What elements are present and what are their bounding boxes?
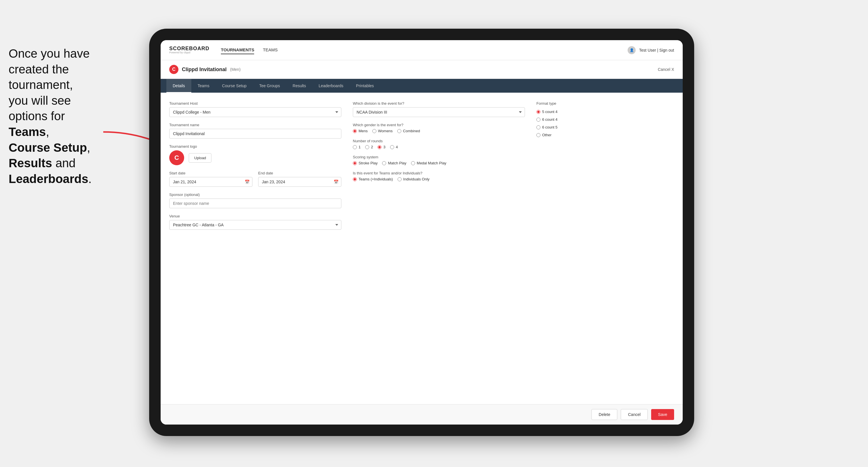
instruction-bold-teams: Teams xyxy=(9,125,46,138)
left-column: Tournament Host Clippd College - Men Tou… xyxy=(169,101,341,396)
rounds-label: Number of rounds xyxy=(353,139,525,143)
individuals-only[interactable]: Individuals Only xyxy=(398,177,430,181)
instruction-bold-course: Course Setup xyxy=(9,141,87,154)
top-nav: SCOREBOARD Powered by clippd TOURNAMENTS… xyxy=(161,40,683,60)
tab-results[interactable]: Results xyxy=(286,79,312,93)
tournament-host-group: Tournament Host Clippd College - Men xyxy=(169,101,341,117)
tournament-host-select[interactable]: Clippd College - Men xyxy=(169,107,341,117)
start-date-input[interactable] xyxy=(169,177,252,187)
nav-teams[interactable]: TEAMS xyxy=(263,46,278,54)
rounds-3-label: 3 xyxy=(383,145,385,149)
start-date-icon: 📅 xyxy=(245,180,250,184)
tab-printables[interactable]: Printables xyxy=(350,79,380,93)
scoring-radio-group: Stroke Play Match Play Medal Match Play xyxy=(353,161,525,165)
tournament-name-input[interactable] xyxy=(169,129,341,138)
nav-links: TOURNAMENTS TEAMS xyxy=(221,46,278,54)
tournament-logo-group: Tournament logo C Upload xyxy=(169,144,341,165)
rounds-1-label: 1 xyxy=(359,145,361,149)
tab-leaderboards[interactable]: Leaderboards xyxy=(312,79,350,93)
gender-mens-label: Mens xyxy=(359,129,368,133)
teams-individuals-group: Is this event for Teams and/or Individua… xyxy=(353,171,525,181)
format-6count5[interactable]: 6 count 5 xyxy=(536,125,674,129)
tablet-frame: SCOREBOARD Powered by clippd TOURNAMENTS… xyxy=(149,29,694,436)
teams-individuals-radio-group: Teams (+Individuals) Individuals Only xyxy=(353,177,525,181)
rounds-3[interactable]: 3 xyxy=(377,145,385,149)
instruction-panel: Once you have created the tournament, yo… xyxy=(0,40,121,192)
start-date-group: Start date 📅 xyxy=(169,171,252,187)
rounds-1[interactable]: 1 xyxy=(353,145,361,149)
scoring-label: Scoring system xyxy=(353,155,525,159)
rounds-2-label: 2 xyxy=(371,145,373,149)
format-type-label: Format type xyxy=(536,101,674,105)
tournament-name-group: Tournament name xyxy=(169,123,341,138)
instruction-text: Once you have created the tournament, yo… xyxy=(9,47,92,186)
gender-womens[interactable]: Womens xyxy=(372,129,393,133)
scoring-stroke[interactable]: Stroke Play xyxy=(353,161,377,165)
user-sign-out[interactable]: Test User | Sign out xyxy=(639,48,674,53)
nav-right: 👤 Test User | Sign out xyxy=(628,46,674,54)
logo-preview: C xyxy=(169,150,184,165)
far-right-column: Format type 5 count 4 6 count 4 6 count … xyxy=(536,101,674,396)
teams-individuals-label: Is this event for Teams and/or Individua… xyxy=(353,171,525,175)
start-date-wrapper: 📅 xyxy=(169,177,252,187)
logo-upload-row: C Upload xyxy=(169,150,341,165)
scoring-match[interactable]: Match Play xyxy=(382,161,406,165)
rounds-2[interactable]: 2 xyxy=(365,145,373,149)
gender-mens[interactable]: Mens xyxy=(353,129,368,133)
cancel-button[interactable]: Cancel xyxy=(621,409,648,420)
teams-plus-individuals[interactable]: Teams (+Individuals) xyxy=(353,177,393,181)
scoring-medal-match-label: Medal Match Play xyxy=(417,161,446,165)
end-date-wrapper: 📅 xyxy=(258,177,341,187)
sponsor-label: Sponsor (optional) xyxy=(169,192,341,197)
save-button[interactable]: Save xyxy=(651,409,674,420)
rounds-4[interactable]: 4 xyxy=(390,145,398,149)
tab-teams[interactable]: Teams xyxy=(191,79,216,93)
gender-womens-label: Womens xyxy=(378,129,393,133)
end-date-input[interactable] xyxy=(258,177,341,187)
format-6count4[interactable]: 6 count 4 xyxy=(536,117,674,122)
scoring-match-label: Match Play xyxy=(388,161,406,165)
division-select[interactable]: NCAA Division III xyxy=(353,107,525,117)
logo-title: SCOREBOARD xyxy=(169,46,209,52)
date-row: Start date 📅 End date 📅 xyxy=(169,171,341,187)
format-6count5-label: 6 count 5 xyxy=(542,125,558,129)
format-5count4[interactable]: 5 count 4 xyxy=(536,110,674,114)
rounds-4-label: 4 xyxy=(396,145,398,149)
tournament-title-row: C Clippd Invitational (Men) xyxy=(169,65,241,74)
tablet-screen: SCOREBOARD Powered by clippd TOURNAMENTS… xyxy=(161,40,683,425)
tournament-name: Clippd Invitational xyxy=(182,67,227,72)
tournament-icon: C xyxy=(169,65,179,74)
action-bar: Delete Cancel Save xyxy=(161,404,683,425)
scoring-stroke-label: Stroke Play xyxy=(359,161,377,165)
cancel-header-button[interactable]: Cancel X xyxy=(658,67,674,72)
teams-plus-individuals-label: Teams (+Individuals) xyxy=(359,177,393,181)
tab-bar: Details Teams Course Setup Tee Groups Re… xyxy=(161,79,683,93)
tab-course-setup[interactable]: Course Setup xyxy=(216,79,253,93)
venue-label: Venue xyxy=(169,214,341,218)
main-content: Tournament Host Clippd College - Men Tou… xyxy=(161,93,683,404)
gender-group: Which gender is the event for? Mens Wome… xyxy=(353,123,525,133)
gender-combined[interactable]: Combined xyxy=(397,129,420,133)
tab-tee-groups[interactable]: Tee Groups xyxy=(253,79,286,93)
scoring-group: Scoring system Stroke Play Match Play xyxy=(353,155,525,165)
tournament-name-label: Tournament name xyxy=(169,123,341,127)
gender-radio-group: Mens Womens Combined xyxy=(353,129,525,133)
tournament-host-label: Tournament Host xyxy=(169,101,341,105)
venue-group: Venue Peachtree GC - Atlanta - GA xyxy=(169,214,341,230)
gender-label: Which gender is the event for? xyxy=(353,123,525,127)
upload-button[interactable]: Upload xyxy=(189,153,211,163)
individuals-only-label: Individuals Only xyxy=(403,177,430,181)
format-6count4-label: 6 count 4 xyxy=(542,117,558,122)
tab-details[interactable]: Details xyxy=(166,79,191,93)
sponsor-input[interactable] xyxy=(169,198,341,208)
format-other[interactable]: Other xyxy=(536,133,674,137)
format-5count4-label: 5 count 4 xyxy=(542,110,558,114)
user-avatar: 👤 xyxy=(628,46,636,54)
start-date-label: Start date xyxy=(169,171,252,175)
end-date-label: End date xyxy=(258,171,341,175)
nav-tournaments[interactable]: TOURNAMENTS xyxy=(221,46,254,54)
format-other-label: Other xyxy=(542,133,552,137)
scoring-medal-match[interactable]: Medal Match Play xyxy=(411,161,446,165)
delete-button[interactable]: Delete xyxy=(591,409,617,420)
venue-select[interactable]: Peachtree GC - Atlanta - GA xyxy=(169,220,341,230)
